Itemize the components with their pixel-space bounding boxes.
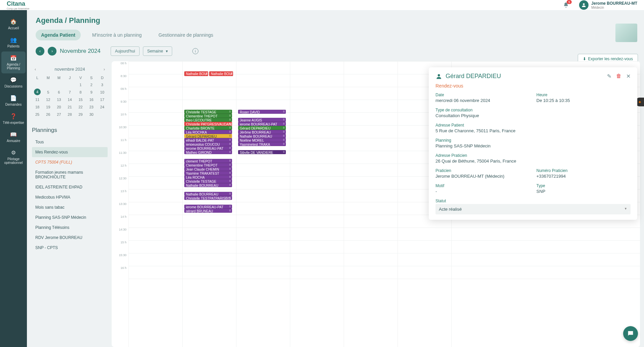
next-week-button[interactable]: › [48, 47, 56, 56]
prev-week-button[interactable]: ‹ [36, 47, 44, 56]
minical-day[interactable]: 5 [43, 89, 53, 96]
sidebar-item-3[interactable]: 💬Discussions [0, 73, 27, 92]
calendar-event[interactable]: Roger DAVID⠿ [238, 110, 286, 114]
calendar-event[interactable]: Nathalie BOURREAU⠿ [209, 71, 233, 76]
minical-day[interactable]: 1 [75, 81, 86, 89]
calendar-event[interactable]: Jean Claude CHEMIN⠿ [184, 167, 232, 171]
calendar-event[interactable]: theo LECOUTRE⠿ [184, 118, 232, 122]
calendar-event[interactable]: Jeanne AUGIS⠿ [238, 118, 286, 122]
calendar-event[interactable]: Matheo GIROND⠿ [184, 150, 232, 154]
close-icon[interactable]: ✕ [626, 73, 631, 79]
planning-item-6[interactable]: Mois sans tabac [32, 202, 108, 212]
minical-day[interactable]: 29 [75, 111, 86, 118]
user-menu[interactable]: Jerome BOURREAU-MT Médecin [579, 0, 637, 10]
calendar-event[interactable]: Noéline MOREL⠿ [238, 138, 286, 142]
minical-day[interactable]: 21 [64, 103, 75, 111]
calendar-event[interactable]: Léa ROCHA⠿ [184, 175, 232, 179]
sidebar-item-0[interactable]: 🏠Accueil [0, 15, 27, 33]
minical-day[interactable]: 14 [64, 96, 75, 103]
minical-day[interactable]: 12 [43, 96, 53, 103]
status-select[interactable]: Acte réalisé [435, 204, 631, 214]
minical-day[interactable]: 3 [97, 81, 108, 89]
calendar-event[interactable]: Clementine THEPOT⠿ [184, 114, 232, 118]
calendar-event[interactable]: jerome BOURREAU-PAT⠿ [184, 146, 232, 150]
sidebar-item-7[interactable]: ⚙Pilotage opérationnel [0, 146, 27, 168]
planning-item-3[interactable]: Formation jeunes mamans BRONCHIOLITE [32, 167, 108, 182]
today-button[interactable]: Aujourd'hui [111, 46, 140, 56]
minical-day[interactable]: 9 [86, 89, 97, 96]
chat-fab[interactable] [623, 326, 638, 341]
planning-item-8[interactable]: Planning Télésoins [32, 222, 108, 233]
minical-day[interactable]: 20 [53, 103, 64, 111]
minical-day[interactable]: 6 [53, 89, 64, 96]
calendar-event[interactable]: elhadj BALDE-PAT⠿ [184, 138, 232, 142]
planning-item-2[interactable]: CPTS 75004 (FULL) [32, 157, 108, 167]
minical-day[interactable]: 2 [86, 81, 97, 89]
calendar-event[interactable]: Jérôme BOURREAU⠿ [238, 130, 286, 134]
calendar-event[interactable]: jerome BOURREAU-PAT⠿ [238, 122, 286, 126]
calendar-event[interactable]: Gérard DEPARDIEU⠿ [184, 134, 232, 138]
minical-day[interactable]: 11 [32, 96, 43, 103]
planning-item-4[interactable]: IDEL ASTREINTE EHPAD [32, 182, 108, 192]
minical-day[interactable]: 18 [32, 103, 43, 111]
delete-icon[interactable]: 🗑 [616, 73, 621, 79]
minical-day[interactable]: 4 [34, 89, 41, 95]
tab-1[interactable]: M'inscrire à un planning [87, 30, 147, 40]
calendar-event[interactable]: Nathalie BOURREAU⠿ [184, 71, 208, 76]
planning-item-9[interactable]: RDV Jerome BOURREAU [32, 233, 108, 243]
planning-item-5[interactable]: Medicobus HPVMA [32, 192, 108, 202]
calendar-event[interactable]: Nathalie BOURREAU⠿ [238, 134, 286, 138]
sidebar-item-5[interactable]: ❓Télé-expertise [0, 110, 27, 128]
sidebar-item-4[interactable]: 📄Demandes [0, 92, 27, 110]
minical-day[interactable]: 27 [53, 111, 64, 118]
time-label: 09 h [120, 87, 126, 91]
calendar-event[interactable]: Christelle TESTAGE⠿ [184, 110, 232, 114]
planning-item-7[interactable]: Planning SAS-SNP Médecin [32, 212, 108, 222]
sidebar-item-6[interactable]: 📖Annuaire [0, 128, 27, 146]
calendar-event[interactable]: Christelle TESTPATPARISBIS⠿ [184, 196, 232, 200]
view-select[interactable]: Semaine▾ [143, 46, 172, 56]
sidebar-item-1[interactable]: 👥Patients [0, 33, 27, 51]
calendar-event[interactable]: clement THEPOT⠿ [184, 159, 232, 163]
minical-day[interactable]: 26 [43, 111, 53, 118]
minical-day[interactable]: 19 [43, 103, 53, 111]
minical-day[interactable]: 23 [86, 103, 97, 111]
calendar-event[interactable]: jerome BOURREAU-PAT⠿ [184, 205, 232, 209]
minical-day[interactable]: 15 [75, 96, 86, 103]
calendar-event[interactable]: Christelle PATGRESIVAUDANBIS⠿ [184, 122, 232, 126]
minical-day[interactable]: 8 [75, 89, 86, 96]
sidebar-item-2[interactable]: 📅Agenda / Planning [1, 51, 26, 73]
calendar-event[interactable]: jenpeuxplus COUCOU⠿ [184, 142, 232, 146]
calendar-event[interactable]: Gérard DEPARDIEU⠿ [238, 126, 286, 130]
planning-item-1[interactable]: Mes Rendez-vous [32, 147, 108, 157]
tab-2[interactable]: Gestionnaire de plannings [153, 30, 219, 40]
minical-day[interactable]: 22 [75, 103, 86, 111]
calendar-event[interactable]: Sibylle DE VANDIERE⠿ [238, 150, 286, 154]
calendar-event[interactable]: Yasminetest TRAKA⠿ [238, 142, 286, 146]
minical-day[interactable]: 28 [64, 111, 75, 118]
calendar-event[interactable]: Léa ROCHKA⠿ [184, 130, 232, 134]
tab-0[interactable]: Agenda Patient [36, 30, 81, 40]
calendar-event[interactable]: Nathalie BOURREAU⠿ [184, 183, 232, 187]
minical-day[interactable]: 24 [97, 103, 108, 111]
calendar-event[interactable]: Christelle TESTAGE⠿ [184, 179, 232, 183]
minical-day[interactable]: 25 [32, 111, 43, 118]
minical-day[interactable]: 10 [97, 89, 108, 96]
calendar-event[interactable]: Clementine THEPOT⠿ [184, 163, 232, 167]
calendar-event[interactable]: Nathalie BOURREAU⠿ [184, 192, 232, 196]
minical-day[interactable]: 13 [53, 96, 64, 103]
calendar-event[interactable]: Charlotte BRONTE⠿ [184, 126, 232, 130]
minical-prev[interactable]: ‹ [35, 67, 36, 72]
minical-day[interactable]: 30 [86, 111, 97, 118]
notification-bell[interactable]: 5 [563, 2, 569, 8]
info-icon[interactable]: i [192, 48, 198, 54]
edit-icon[interactable]: ✎ [607, 73, 611, 79]
minical-day[interactable]: 7 [64, 89, 75, 96]
minical-day[interactable]: 16 [86, 96, 97, 103]
minical-day[interactable]: 17 [97, 96, 108, 103]
planning-item-0[interactable]: Tous [32, 137, 108, 147]
calendar-event[interactable]: gérard BRUNEAU⠿ [184, 209, 232, 213]
calendar-event[interactable]: Yasmine TRAKATEST⠿ [184, 171, 232, 175]
minical-next[interactable]: › [104, 67, 105, 72]
planning-item-10[interactable]: SNP - CPTS [32, 243, 108, 253]
